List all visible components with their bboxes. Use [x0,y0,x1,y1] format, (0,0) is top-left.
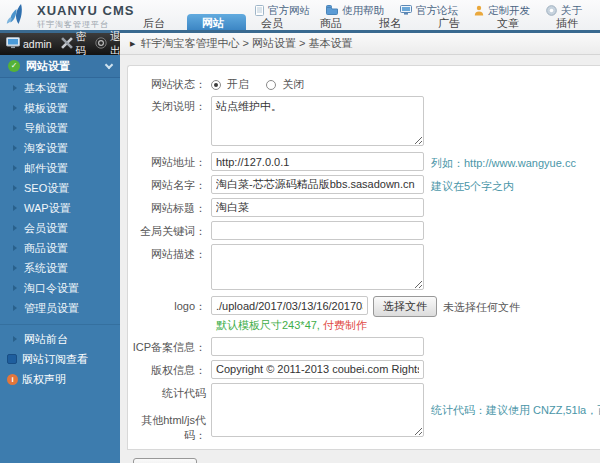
copyright-label: 版权信息： [128,360,206,379]
site-title-input[interactable] [211,198,424,217]
top-header: XUANYU CMS 轩宇淘客管理平台 官方网站 使用帮助 官方论坛 定制开发 [0,0,600,33]
app-logo: XUANYU CMS 轩宇淘客管理平台 [6,3,134,30]
sidebar-item-template-settings[interactable]: 模板设置 [0,98,120,118]
close-note-row: 关闭说明： 站点维护中。 [128,96,600,148]
icp-row: ICP备案信息： [128,337,600,356]
logout-button[interactable]: 退出 [95,30,121,58]
logo-subtitle: 轩宇淘客管理平台 [37,19,134,30]
tab-ad-mgmt[interactable]: 广告管理 [423,14,482,30]
sidebar-item-basic-settings[interactable]: 基本设置 [0,78,120,98]
sidebar-item-seo-settings[interactable]: SEO设置 [0,178,120,198]
sidebar-item-wap-settings[interactable]: WAP设置 [0,198,120,218]
keywords-input[interactable] [211,221,424,240]
sidebar-item-taokouling-settings[interactable]: 淘口令设置 [0,278,120,298]
close-note-label: 关闭说明： [128,96,206,148]
breadcrumb-text: 轩宇淘宝客管理中心 > 网站设置 > 基本设置 [140,36,352,51]
stats-code-hint: 统计代码：建议使用 CNZZ,51la，百度等！ [431,383,600,443]
sidebar-item-admin-settings[interactable]: 管理员设置 [0,298,120,318]
site-name-hint: 建议在5个字之内 [431,175,514,194]
tab-site-settings[interactable]: 网站设置 [187,14,246,30]
sidebar-group-site-settings[interactable]: ✓ 网站设置 [0,55,120,78]
sidebar-item-site-front[interactable]: 网站前台 [0,329,120,349]
monitor-icon [6,37,20,51]
settings-form: 网站状态： 开启 关闭 关闭说明： 站点维护中。 [127,65,600,450]
password-button[interactable]: 密码 [61,30,87,58]
icp-label: ICP备案信息： [128,337,206,356]
site-name-input[interactable] [211,175,424,194]
admin-page: XUANYU CMS 轩宇淘客管理平台 官方网站 使用帮助 官方论坛 定制开发 [0,0,600,463]
radio-off-icon[interactable] [266,80,276,90]
close-note-textarea[interactable]: 站点维护中。 [211,96,424,146]
stats-code-row: 统计代码 其他html/js代码： 统计代码：建议使用 CNZZ,51la，百度… [128,383,600,443]
site-name-row: 网站名字： 建议在5个字之内 [128,175,600,194]
site-title-label: 网站标题： [128,198,206,217]
sidebar-item-mail-settings[interactable]: 邮件设置 [0,158,120,178]
main-nav-tabs: 后台首页 网站设置 会员管理 商品管理 报名管理 广告管理 文章管理 插件应用 [128,14,600,30]
no-file-text: 未选择任何文件 [443,296,520,317]
radio-on-icon[interactable] [211,80,221,90]
logo-row: logo： 选择文件 未选择任何文件 [128,296,600,317]
description-textarea[interactable] [211,244,424,290]
keywords-label: 全局关键词： [128,221,206,240]
tab-signup-mgmt[interactable]: 报名管理 [364,14,423,30]
site-title-row: 网站标题： [128,198,600,217]
save-button[interactable]: 保存更改 [133,458,197,463]
copyright-icon: i [7,374,18,385]
copyright-row: 版权信息： [128,360,600,379]
logo-size-hint: 默认模板尺寸243*47, [216,319,320,331]
logo-path-input[interactable] [211,296,368,315]
chevron-down-icon [105,60,113,68]
tab-member-mgmt[interactable]: 会员管理 [246,14,305,30]
icp-input[interactable] [211,337,424,356]
site-url-hint: 列如：http://www.wangyue.cc [431,152,576,171]
logo-paid-hint: 付费制作 [323,319,367,331]
copyright-input[interactable] [211,360,424,379]
logo-label: logo： [128,296,206,317]
sidebar-item-taoke-settings[interactable]: 淘客设置 [0,138,120,158]
site-status-label: 网站状态： [128,74,206,92]
description-label: 网站描述： [128,244,206,292]
gear-icon: ✓ [8,60,20,72]
sidebar-item-subscription-view[interactable]: 网站订阅查看 [0,349,120,369]
sidebar-item-system-settings[interactable]: 系统设置 [0,258,120,278]
user-bar: admin 密码 退出 [0,33,120,55]
sidebar-divider [0,324,120,325]
site-url-label: 网站地址： [128,152,206,171]
subscribe-icon [7,354,17,364]
status-on-option[interactable]: 开启 [211,78,252,90]
logo-wing-icon [6,3,32,30]
site-url-input[interactable] [211,152,424,171]
status-off-option[interactable]: 关闭 [266,78,304,90]
tab-plugin-app[interactable]: 插件应用 [541,14,600,30]
sidebar-item-nav-settings[interactable]: 导航设置 [0,118,120,138]
breadcrumb: ▶ 轩宇淘宝客管理中心 > 网站设置 > 基本设置 [120,33,600,55]
sidebar-item-copyright-notice[interactable]: i 版权声明 [0,369,120,389]
sidebar-item-product-settings[interactable]: 商品设置 [0,238,120,258]
stats-code-textarea[interactable] [211,383,424,437]
sidebar: ✓ 网站设置 基本设置 模板设置 导航设置 淘客设置 邮件设置 SEO设置 WA… [0,55,120,463]
keywords-row: 全局关键词： [128,221,600,240]
stats-code-label: 统计代码 其他html/js代码： [128,383,206,443]
tab-product-mgmt[interactable]: 商品管理 [305,14,364,30]
breadcrumb-arrow-icon: ▶ [130,40,135,48]
tab-article-mgmt[interactable]: 文章管理 [482,14,541,30]
main-content: 网站状态： 开启 关闭 关闭说明： 站点维护中。 [120,55,600,463]
logo-title: XUANYU CMS [37,3,134,18]
description-row: 网站描述： [128,244,600,292]
sidebar-item-member-settings[interactable]: 会员设置 [0,218,120,238]
tab-backend-home[interactable]: 后台首页 [128,14,187,30]
site-name-label: 网站名字： [128,175,206,194]
user-admin[interactable]: admin [6,37,52,51]
save-area: 保存更改 [133,458,600,463]
choose-file-button[interactable]: 选择文件 [373,296,437,317]
logo-hint: 默认模板尺寸243*47, 付费制作 [216,318,600,333]
tools-icon [61,37,73,51]
site-url-row: 网站地址： 列如：http://www.wangyue.cc [128,152,600,171]
site-status-row: 网站状态： 开启 关闭 [128,74,600,92]
logout-icon [95,37,107,51]
